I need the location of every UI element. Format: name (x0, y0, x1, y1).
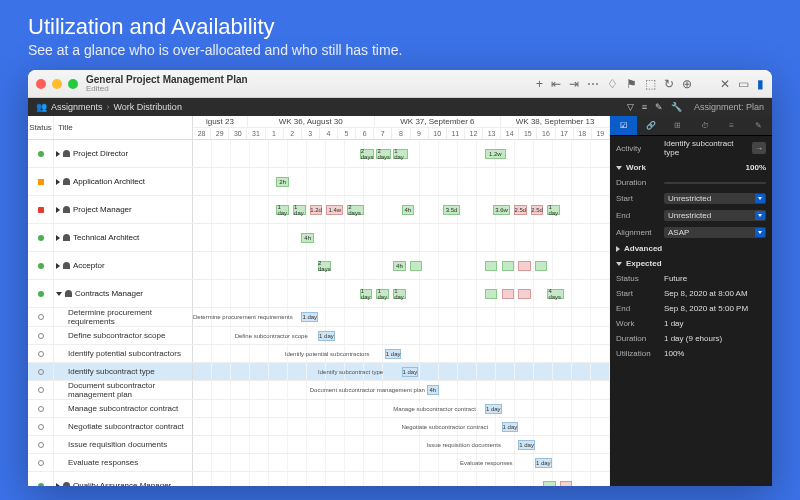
task-row[interactable]: Identify potential subcontractors Identi… (28, 345, 610, 363)
role-name[interactable]: Project Manager (54, 196, 193, 223)
task-name[interactable]: Issue requisition documents (54, 436, 193, 453)
tab-resource-icon[interactable]: ⊞ (664, 116, 691, 135)
zoom-icon[interactable] (68, 79, 78, 89)
role-name[interactable]: Acceptor (54, 252, 193, 279)
role-name[interactable]: Project Director (54, 140, 193, 167)
day-header: 4 (320, 128, 338, 139)
task-row[interactable]: Evaluate responses Evaluate responses1 d… (28, 454, 610, 472)
task-row[interactable]: Define subcontractor scope Define subcon… (28, 327, 610, 345)
crumb-assignments[interactable]: Assignments (51, 102, 103, 112)
gantt-cell[interactable]: 1 day1 day1 day4 days (193, 280, 610, 307)
task-row[interactable]: Determine procurement requirements Deter… (28, 308, 610, 327)
task-name[interactable]: Define subcontractor scope (54, 327, 193, 344)
gantt-cell[interactable] (193, 472, 610, 486)
gantt-cell[interactable]: Issue requisition documents1 day (193, 436, 610, 453)
task-name[interactable]: Negotiate subcontractor contract (54, 418, 193, 435)
gantt-cell[interactable]: 2 days4h (193, 252, 610, 279)
task-name[interactable]: Evaluate responses (54, 454, 193, 471)
tab-link-icon[interactable]: 🔗 (637, 116, 664, 135)
tab-info-icon[interactable]: ☑ (610, 116, 637, 135)
alignment-field[interactable]: ASAP (664, 227, 766, 238)
brush-icon[interactable]: ✎ (655, 102, 663, 112)
task-name[interactable]: Identify subcontract type (54, 363, 193, 380)
task-row[interactable]: Manage subcontractor contract Manage sub… (28, 400, 610, 418)
view-icon[interactable]: ▭ (738, 77, 749, 91)
disclosure-icon[interactable] (56, 235, 60, 241)
person-icon (63, 262, 70, 269)
role-row[interactable]: Project Manager 1 day1 day1.2d1.4w2 days… (28, 196, 610, 224)
close-icon[interactable] (36, 79, 46, 89)
gantt-cell[interactable]: Define subcontractor scope1 day (193, 327, 610, 344)
tab-edit-icon[interactable]: ✎ (745, 116, 772, 135)
role-row[interactable]: Project Director 2 days2 days1 day1.2w (28, 140, 610, 168)
tab-list-icon[interactable]: ≡ (718, 116, 745, 135)
col-status[interactable]: Status (28, 116, 54, 139)
indent-icon[interactable]: ⇤ (551, 77, 561, 91)
disclosure-icon[interactable] (56, 263, 60, 269)
disclosure-icon[interactable] (56, 483, 60, 487)
gantt-cell[interactable]: 2h (193, 168, 610, 195)
gantt-cell[interactable]: Determine procurement requirements1 day (193, 308, 610, 326)
disclosure-icon[interactable] (56, 207, 60, 213)
task-name[interactable]: Determine procurement requirements (54, 308, 193, 326)
alignment-popup-icon[interactable] (755, 228, 765, 237)
role-row[interactable]: Technical Architect 4h (28, 224, 610, 252)
gantt-cell[interactable]: Identify potential subcontractors1 day (193, 345, 610, 362)
style-icon[interactable]: ⬚ (645, 77, 656, 91)
role-row[interactable]: Contracts Manager 1 day1 day1 day4 days (28, 280, 610, 308)
disclosure-icon[interactable] (56, 292, 62, 296)
col-title[interactable]: Title (54, 116, 192, 139)
disclosure-icon[interactable] (56, 151, 60, 157)
sort-icon[interactable]: ≡ (642, 102, 647, 112)
end-field[interactable]: Unrestricted (664, 210, 766, 221)
section-advanced[interactable]: Advanced (610, 241, 772, 256)
end-popup-icon[interactable] (755, 211, 765, 220)
role-row[interactable]: Quality Assurance Manager (28, 472, 610, 486)
task-row[interactable]: Issue requisition documents Issue requis… (28, 436, 610, 454)
section-expected[interactable]: Expected (610, 256, 772, 271)
gantt-cell[interactable]: Manage subcontractor contract1 day (193, 400, 610, 417)
start-popup-icon[interactable] (755, 194, 765, 203)
wrench-icon[interactable]: 🔧 (671, 102, 682, 112)
day-header: 18 (574, 128, 592, 139)
goto-activity-button[interactable] (752, 142, 766, 154)
duration-field[interactable] (664, 182, 766, 184)
task-name[interactable]: Manage subcontractor contract (54, 400, 193, 417)
section-work[interactable]: Work100% (610, 160, 772, 175)
task-row[interactable]: Identify subcontract type Identify subco… (28, 363, 610, 381)
crumb-work-distribution[interactable]: Work Distribution (114, 102, 182, 112)
inspector-toggle-icon[interactable]: ▮ (757, 77, 764, 91)
task-name[interactable]: Document subcontractor management plan (54, 381, 193, 399)
globe-icon[interactable]: ⊕ (682, 77, 692, 91)
outdent-icon[interactable]: ⇥ (569, 77, 579, 91)
gantt-cell[interactable]: Document subcontractor management plan4h (193, 381, 610, 399)
refresh-icon[interactable]: ↻ (664, 77, 674, 91)
gantt-cell[interactable]: Evaluate responses1 day (193, 454, 610, 471)
gantt-cell[interactable]: Identify subcontract type1 day (193, 363, 610, 380)
task-name[interactable]: Identify potential subcontractors (54, 345, 193, 362)
filter-icon[interactable]: ▽ (627, 102, 634, 112)
disclosure-icon[interactable] (56, 179, 60, 185)
add-icon[interactable]: + (536, 77, 543, 91)
gantt-cell[interactable]: 2 days2 days1 day1.2w (193, 140, 610, 167)
link-icon[interactable]: ⋯ (587, 77, 599, 91)
role-name[interactable]: Contracts Manager (54, 280, 193, 307)
minimize-icon[interactable] (52, 79, 62, 89)
role-name[interactable]: Quality Assurance Manager (54, 472, 193, 486)
role-row[interactable]: Acceptor 2 days4h (28, 252, 610, 280)
end-label: End (616, 211, 664, 220)
flag-icon[interactable]: ⚑ (626, 77, 637, 91)
gantt-cell[interactable]: Negotiate subcontractor contract1 day (193, 418, 610, 435)
gantt-cell[interactable]: 1 day1 day1.2d1.4w2 days4h3.5d3.6w2.5d2.… (193, 196, 610, 223)
alignment-label: Alignment (616, 228, 664, 237)
role-name[interactable]: Application Architect (54, 168, 193, 195)
role-row[interactable]: Application Architect 2h (28, 168, 610, 196)
gantt-cell[interactable]: 4h (193, 224, 610, 251)
task-row[interactable]: Negotiate subcontractor contract Negotia… (28, 418, 610, 436)
tab-time-icon[interactable]: ⏱ (691, 116, 718, 135)
role-name[interactable]: Technical Architect (54, 224, 193, 251)
start-field[interactable]: Unrestricted (664, 193, 766, 204)
notifications-icon[interactable]: ♢ (607, 77, 618, 91)
task-row[interactable]: Document subcontractor management plan D… (28, 381, 610, 400)
tools-icon[interactable]: ✕ (720, 77, 730, 91)
